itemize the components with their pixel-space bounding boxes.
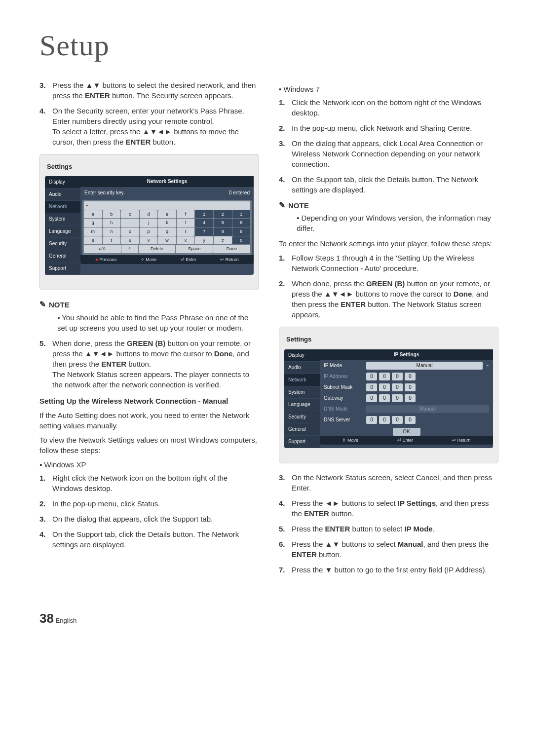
- key-delete[interactable]: Delete: [139, 245, 176, 253]
- note-item: Depending on your Windows version, the i…: [297, 213, 498, 233]
- sidebar-item-language[interactable]: Language: [284, 399, 320, 411]
- left-column: 3. Press the ▲▼ buttons to select the de…: [39, 80, 259, 580]
- note-icon: ✎: [39, 299, 46, 310]
- step-text: On the dialog that appears, click the Su…: [52, 514, 213, 524]
- step-text: Press the ▼ button to go to the first en…: [292, 565, 487, 575]
- sidebar-item-support[interactable]: Support: [284, 436, 320, 448]
- settings-sidebar: Display Audio Network System Language Se…: [284, 349, 320, 448]
- key-t[interactable]: t: [103, 236, 121, 245]
- action-enter: Enter: [181, 257, 196, 263]
- step-text: Press the ◄► buttons to select IP Settin…: [292, 498, 498, 519]
- ip-address-boxes[interactable]: 0 0 0 0: [366, 373, 489, 380]
- key-c[interactable]: c: [121, 210, 139, 219]
- sidebar-item-general[interactable]: General: [284, 423, 320, 436]
- key-sym[interactable]: *: [121, 245, 138, 253]
- sidebar-item-network[interactable]: Network: [45, 201, 80, 213]
- key-v[interactable]: v: [140, 236, 158, 245]
- key-g[interactable]: g: [84, 219, 102, 227]
- action-move: ✧ Move: [141, 257, 157, 263]
- sidebar-item-support[interactable]: Support: [45, 263, 80, 275]
- step-num: 5.: [39, 338, 52, 390]
- sidebar-item-general[interactable]: General: [45, 250, 80, 263]
- key-r[interactable]: r: [177, 227, 195, 236]
- key-q[interactable]: q: [158, 227, 176, 236]
- step-text: In the pop-up menu, click Network and Sh…: [292, 123, 472, 133]
- step-text: Follow Steps 1 through 4 in the 'Setting…: [292, 253, 498, 273]
- step-text: In the pop-up menu, click Status.: [52, 498, 160, 509]
- subnet-mask-boxes[interactable]: 0 0 0 0: [366, 383, 489, 391]
- key-j[interactable]: j: [140, 219, 158, 227]
- sidebar-item-display[interactable]: Display: [284, 349, 320, 362]
- sidebar-item-network[interactable]: Network: [284, 374, 320, 386]
- key-1[interactable]: 1: [195, 210, 213, 219]
- sidebar-item-display[interactable]: Display: [45, 176, 80, 189]
- key-p[interactable]: p: [140, 227, 158, 236]
- gateway-label: Gateway: [324, 395, 362, 402]
- key-e[interactable]: e: [158, 210, 176, 219]
- step-text: Press the ▲▼ buttons to select Manual, a…: [292, 539, 498, 560]
- onscreen-keyboard: – a b c d e f 1 2 3 g: [82, 200, 252, 255]
- sidebar-item-language[interactable]: Language: [45, 226, 80, 238]
- key-y[interactable]: y: [195, 236, 213, 245]
- ok-button[interactable]: OK: [393, 428, 420, 436]
- key-9[interactable]: 9: [232, 227, 251, 236]
- settings-content: Network Settings Enter security key. 0 e…: [80, 176, 254, 275]
- step-num: 4.: [39, 106, 52, 147]
- sidebar-item-system[interactable]: System: [45, 213, 80, 226]
- subnet-mask-label: Subnet Mask: [324, 384, 362, 391]
- key-k[interactable]: k: [158, 219, 176, 227]
- key-s[interactable]: s: [84, 236, 102, 245]
- key-done[interactable]: Done: [213, 245, 250, 253]
- paragraph: To enter the Network settings into your …: [279, 238, 498, 249]
- key-d[interactable]: d: [140, 210, 158, 219]
- key-b[interactable]: b: [103, 210, 121, 219]
- key-a[interactable]: a: [84, 210, 102, 219]
- step-text: On the dialog that appears, click Local …: [292, 138, 498, 169]
- action-enter: Enter: [397, 437, 413, 444]
- key-8[interactable]: 8: [214, 227, 232, 236]
- settings-sidebar: Display Audio Network System Language Se…: [45, 176, 80, 275]
- ip-address-label: IP Address: [324, 373, 362, 380]
- os-heading: Windows 7: [279, 84, 498, 94]
- key-3[interactable]: 3: [232, 210, 251, 219]
- paragraph: If the Auto Setting does not work, you n…: [39, 410, 259, 431]
- key-f[interactable]: f: [177, 210, 195, 219]
- key-7[interactable]: 7: [195, 227, 213, 236]
- key-i[interactable]: i: [121, 219, 139, 227]
- dns-mode-value[interactable]: Manual: [366, 405, 489, 413]
- step-text: Press the ENTER button to select IP Mode…: [292, 524, 435, 534]
- key-o[interactable]: o: [121, 227, 139, 236]
- sidebar-item-system[interactable]: System: [284, 386, 320, 399]
- key-h[interactable]: h: [103, 219, 121, 227]
- key-m[interactable]: m: [84, 227, 102, 236]
- ip-mode-label: IP Mode: [324, 362, 362, 369]
- key-0[interactable]: 0: [232, 236, 251, 245]
- gateway-boxes[interactable]: 0 0 0 0: [366, 394, 489, 402]
- key-w[interactable]: w: [158, 236, 176, 245]
- step-text: On the Network Status screen, select Can…: [292, 472, 498, 493]
- key-l[interactable]: l: [177, 219, 195, 227]
- key-4[interactable]: 4: [195, 219, 213, 227]
- key-n[interactable]: n: [103, 227, 121, 236]
- paragraph: To view the Network Settings values on m…: [39, 435, 259, 455]
- key-u[interactable]: u: [121, 236, 139, 245]
- action-return: Return: [220, 257, 239, 263]
- sidebar-item-security[interactable]: Security: [284, 411, 320, 423]
- key-5[interactable]: 5: [214, 219, 232, 227]
- sidebar-item-audio[interactable]: Audio: [284, 362, 320, 374]
- ip-mode-value[interactable]: Manual: [366, 362, 483, 370]
- action-previous: Previous: [95, 257, 116, 263]
- key-dash[interactable]: –: [84, 201, 250, 210]
- sidebar-item-security[interactable]: Security: [45, 238, 80, 250]
- key-2[interactable]: 2: [214, 210, 232, 219]
- dns-server-boxes[interactable]: 0 0 0 0: [366, 416, 489, 424]
- content-header: IP Settings: [320, 349, 493, 360]
- key-space[interactable]: Space: [176, 245, 213, 253]
- key-case[interactable]: a/A: [84, 245, 121, 253]
- key-6[interactable]: 6: [232, 219, 251, 227]
- entered-count: 0 entered: [229, 189, 250, 196]
- sidebar-item-audio[interactable]: Audio: [45, 189, 80, 201]
- step-text: When done, press the GREEN (B) button on…: [52, 338, 259, 390]
- key-z[interactable]: z: [214, 236, 232, 245]
- key-x[interactable]: x: [177, 236, 195, 245]
